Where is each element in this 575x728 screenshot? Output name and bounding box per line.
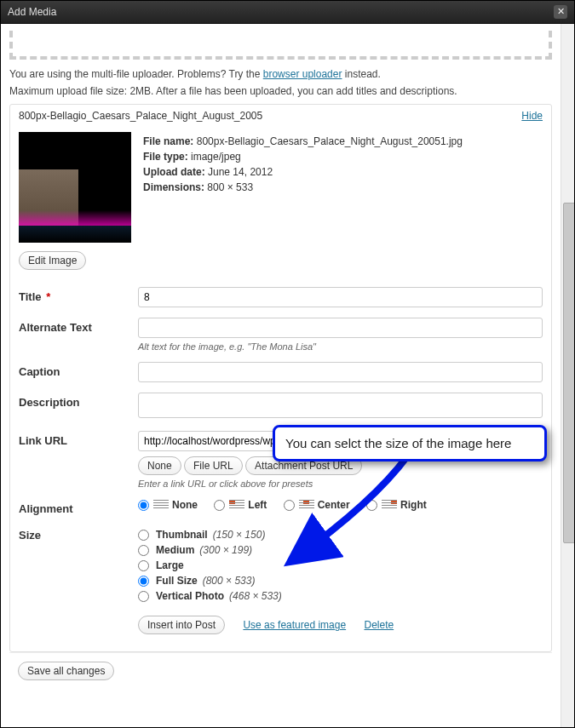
file-type-value: image/jpeg (191, 151, 241, 163)
size-medium-option[interactable]: Medium(300 × 199) (138, 544, 543, 556)
scrollbar-thumb[interactable] (563, 203, 574, 543)
close-icon[interactable]: ✕ (554, 5, 567, 19)
annotation-text: You can selct the size of the image here (285, 436, 511, 450)
modal-titlebar: Add Media ✕ (1, 1, 574, 24)
edit-image-button[interactable]: Edit Image (19, 251, 86, 270)
browser-uploader-link[interactable]: browser uploader (263, 68, 342, 80)
align-none-option[interactable]: None (138, 499, 198, 511)
media-metadata: File name: 800px-Bellagio_Caesars_Palace… (143, 132, 463, 243)
size-thumbnail-option[interactable]: Thumbnail(150 × 150) (138, 529, 543, 541)
align-left-icon (229, 500, 244, 510)
title-label: Title (19, 290, 42, 303)
upload-date-value: June 14, 2012 (208, 166, 273, 178)
align-none-radio[interactable] (138, 500, 149, 511)
size-vertical-option[interactable]: Vertical Photo(468 × 533) (138, 590, 543, 602)
vertical-scrollbar[interactable] (561, 24, 574, 727)
align-right-icon (382, 500, 397, 510)
align-center-option[interactable]: Center (284, 499, 350, 511)
link-url-label: Link URL (19, 431, 138, 447)
save-all-changes-button[interactable]: Save all changes (18, 662, 114, 680)
delete-link[interactable]: Delete (364, 619, 394, 631)
upload-dropzone[interactable] (9, 31, 552, 60)
size-large-option[interactable]: Large (138, 559, 543, 571)
alt-text-label: Alternate Text (19, 318, 138, 334)
file-type-label: File type: (143, 151, 188, 163)
hide-link[interactable]: Hide (521, 110, 543, 122)
media-thumbnail (19, 132, 131, 243)
size-label: Size (19, 525, 138, 542)
size-medium-radio[interactable] (138, 545, 149, 556)
uploader-info-prefix: You are using the multi-file uploader. P… (9, 68, 263, 80)
alignment-label: Alignment (19, 499, 138, 515)
align-right-option[interactable]: Right (366, 499, 427, 511)
modal-footer: Save all changes (9, 652, 552, 689)
annotation-callout: You can selct the size of the image here (273, 425, 547, 461)
alt-text-hint: Alt text for the image, e.g. "The Mona L… (138, 341, 543, 352)
align-center-radio[interactable] (284, 500, 295, 511)
size-thumbnail-radio[interactable] (138, 530, 149, 541)
modal-content: You are using the multi-file uploader. P… (1, 24, 561, 727)
size-full-radio[interactable] (138, 576, 149, 587)
align-center-icon (299, 500, 314, 510)
upload-date-label: Upload date: (143, 166, 205, 178)
link-url-hint: Enter a link URL or click above for pres… (138, 479, 543, 489)
insert-into-post-button[interactable]: Insert into Post (138, 616, 225, 634)
description-label: Description (19, 393, 138, 409)
dimensions-value: 800 × 533 (207, 181, 253, 193)
title-input[interactable] (138, 287, 543, 307)
media-item: 800px-Bellagio_Caesars_Palace_Night_Augu… (9, 104, 552, 652)
file-name-value: 800px-Bellagio_Caesars_Palace_Night_Augu… (197, 135, 463, 147)
caption-label: Caption (19, 362, 138, 378)
max-upload-info: Maximum upload file size: 2MB. After a f… (9, 85, 552, 97)
size-full-option[interactable]: Full Size(800 × 533) (138, 575, 543, 587)
size-vertical-radio[interactable] (138, 591, 149, 602)
modal-title: Add Media (8, 6, 56, 18)
size-large-radio[interactable] (138, 560, 149, 571)
caption-input[interactable] (138, 362, 543, 382)
align-right-radio[interactable] (366, 500, 377, 511)
file-name-label: File name: (143, 135, 193, 147)
align-left-radio[interactable] (214, 500, 225, 511)
uploader-info: You are using the multi-file uploader. P… (9, 68, 552, 80)
link-file-button[interactable]: File URL (184, 456, 243, 475)
align-left-option[interactable]: Left (214, 499, 267, 511)
media-filename: 800px-Bellagio_Caesars_Palace_Night_Augu… (19, 110, 262, 122)
description-input[interactable] (138, 393, 543, 418)
required-indicator: * (46, 290, 50, 303)
link-none-button[interactable]: None (138, 456, 181, 475)
uploader-info-suffix: instead. (342, 68, 380, 80)
use-as-featured-link[interactable]: Use as featured image (243, 619, 346, 631)
dimensions-label: Dimensions: (143, 181, 204, 193)
alt-text-input[interactable] (138, 318, 543, 338)
align-none-icon (153, 500, 169, 510)
